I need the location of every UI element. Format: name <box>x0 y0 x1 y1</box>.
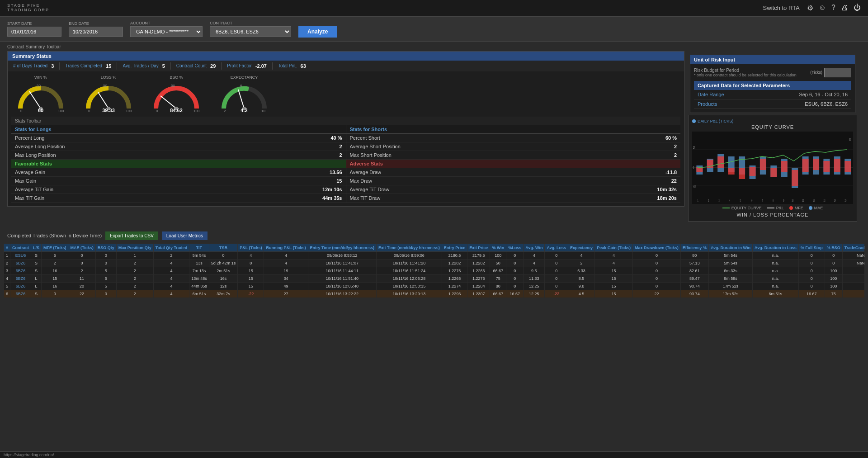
svg-text:6: 6 <box>240 84 242 88</box>
stats-grid: Stats for Longs Percent Long 40 % Averag… <box>11 125 680 203</box>
gauge-expectancy-title: EXPECTANCY <box>231 75 258 80</box>
table-row: 46BZ6L151152413m 48s16s153410/11/16 11:5… <box>4 274 865 282</box>
svg-text:2: 2 <box>224 109 226 113</box>
end-date-label: End Date <box>69 21 123 26</box>
captured-date-row: Date Range Sep 6, 16 - Oct 20, 16 <box>694 90 851 99</box>
svg-line-6 <box>98 92 108 109</box>
stat-contract-count: Contract Count 29 <box>171 62 222 70</box>
col-bso: BSO Qty <box>95 244 116 251</box>
analyze-button[interactable]: Analyze <box>298 26 337 38</box>
gauge-bso: BSO % 0 50 100 84.62 <box>147 75 206 113</box>
risk-input[interactable] <box>824 68 851 77</box>
stats-shorts-row-3: Max Short Position 2 <box>346 151 681 160</box>
logo-sub: TRADING CORP <box>7 8 49 13</box>
stat-avg-label: Avg. Trades / Day <box>123 63 158 68</box>
contract-select[interactable]: 6BZ6, ESU6, ESZ6 <box>210 26 291 37</box>
stats-shorts-col: Stats for Shorts Percent Short 60 % Aver… <box>346 125 681 203</box>
stats-avg-tit-gain-label: Average TiT Gain <box>15 187 53 192</box>
svg-text:4.2: 4.2 <box>241 108 247 113</box>
stat-avg-value: 5 <box>162 63 165 69</box>
stats-toolbar-title: Stats Toolbar <box>11 117 680 125</box>
gauge-expectancy-svg: 2 6 10 4.2 <box>219 81 269 113</box>
trades-header: Completed Trades (Shown in Device Time) … <box>4 230 864 242</box>
export-button[interactable]: Export Trades to CSV <box>105 231 158 240</box>
col-avg-dur-loss: Avg. Duration in Loss <box>752 244 798 251</box>
help-icon[interactable]: ? <box>831 4 835 12</box>
trades-title: Completed Trades (Shown in Device Time) <box>7 233 102 238</box>
toolbar: Start Date End Date Account GAIN-DEMO - … <box>0 17 868 42</box>
stat-days-value: 3 <box>51 63 54 69</box>
svg-text:0: 0 <box>20 109 23 113</box>
svg-text:10: 10 <box>261 109 265 113</box>
risk-label-group: Risk Budget for Period * only one contra… <box>694 68 797 77</box>
stats-max-draw-label: Max Draw <box>350 178 373 184</box>
svg-text:2: 2 <box>708 198 709 202</box>
stats-avg-tit-gain-value: 12m 10s <box>322 187 342 192</box>
equity-panel: DAILY P&L (TICKS) EQUITY CURVE 24 0 <box>688 115 857 222</box>
svg-text:0: 0 <box>88 109 90 113</box>
col-pnl: P&L (Ticks) <box>238 244 264 251</box>
svg-text:3: 3 <box>719 198 720 202</box>
table-row: 1ESU6S500125m 54s04409/06/16 8:53:1209/0… <box>4 251 865 259</box>
stat-avg-trades: Avg. Trades / Day 5 <box>117 62 170 70</box>
settings-icon[interactable]: ⚙ <box>807 4 813 12</box>
signout-icon[interactable]: ⏻ <box>854 4 861 12</box>
trades-table: # Contract L/S MFE (Ticks) MAE (Ticks) B… <box>4 244 864 298</box>
stat-profit-value: -2.07 <box>255 63 267 69</box>
svg-line-12 <box>160 96 176 109</box>
svg-text:24: 24 <box>693 145 695 149</box>
daily-pnl-label: DAILY P&L (TICKS) <box>692 119 853 123</box>
svg-text:14: 14 <box>834 198 836 202</box>
stats-avg-gain-value: 13.56 <box>330 170 342 175</box>
col-contract: Contract <box>10 244 31 251</box>
print-icon[interactable]: 🖨 <box>841 4 848 12</box>
stats-fav-row-2: Max Gain 15 <box>11 177 346 185</box>
svg-rect-68 <box>802 159 809 172</box>
win-loss-title: WIN / LOSS PERCENTAGE <box>692 212 853 217</box>
ticks-label: (Ticks) <box>810 70 822 75</box>
stat-trades-value: 15 <box>106 63 111 69</box>
switch-rta-label[interactable]: Switch to RTA <box>763 5 800 11</box>
stats-avg-tit-draw-value: 10m 32s <box>657 187 677 192</box>
summary-panel: Summary Status # of Days Traded 3 Trades… <box>7 51 684 207</box>
captured-date-value: Sep 6, 16 - Oct 20, 16 <box>799 92 848 97</box>
account-select[interactable]: GAIN-DEMO - ********** <box>130 26 203 37</box>
end-date-input[interactable] <box>69 27 123 37</box>
stat-pnl-value: 63 <box>301 63 306 69</box>
svg-rect-72 <box>823 161 830 172</box>
load-button[interactable]: Load User Metrics <box>162 231 208 240</box>
svg-rect-52 <box>717 156 724 168</box>
captured-data-title: Captured Data for Selected Parameters <box>694 81 851 90</box>
trades-table-wrapper[interactable]: # Contract L/S MFE (Ticks) MAE (Ticks) B… <box>4 244 864 298</box>
equity-chart-area: 24 0 -24 80 40 1 2 3 4 5 6 <box>692 132 853 204</box>
col-peak-gain: Peak Gain (Ticks) <box>595 244 633 251</box>
stats-max-long-value: 2 <box>339 152 342 158</box>
stats-adv-row-2: Max Draw 22 <box>346 177 681 185</box>
col-exit-price: Exit Price <box>467 244 490 251</box>
stat-trades-label: Trades Completed <box>65 63 102 68</box>
adverse-header: Adverse Stats <box>346 160 681 168</box>
svg-text:100: 100 <box>126 109 132 113</box>
col-num: # <box>4 244 10 251</box>
gauge-win-title: WIN % <box>34 75 47 80</box>
user-icon[interactable]: ☺ <box>819 4 826 12</box>
legend-pnl: P&L <box>767 206 784 210</box>
header-icons: ⚙ ☺ ? 🖨 ⏻ <box>807 4 861 12</box>
stats-longs-header: Stats for Longs <box>11 125 346 134</box>
svg-rect-60 <box>760 159 766 170</box>
col-running-pnl: Running P&L (Ticks) <box>264 244 308 251</box>
col-pct-full-stop: % Full Stop <box>798 244 825 251</box>
stats-percent-long-value: 40 % <box>330 135 342 141</box>
stats-fav-row-3: Average TiT Gain 12m 10s <box>11 185 346 194</box>
stats-toolbar-wrapper: Stats Toolbar Stats for Longs Percent Lo… <box>8 117 684 206</box>
stats-longs-row-2: Average Long Position 2 <box>11 142 346 151</box>
start-date-label: Start Date <box>7 21 61 26</box>
stat-pnl-label: Total PnL <box>278 63 297 68</box>
col-efficiency: Efficiency % <box>680 244 708 251</box>
stats-shorts-row-1: Percent Short 60 % <box>346 134 681 142</box>
svg-text:50: 50 <box>103 84 107 88</box>
svg-rect-70 <box>813 159 819 170</box>
start-date-input[interactable] <box>7 27 61 37</box>
stats-avg-short-value: 2 <box>674 144 677 149</box>
legend-equity: EQUITY CURVE <box>722 206 762 210</box>
